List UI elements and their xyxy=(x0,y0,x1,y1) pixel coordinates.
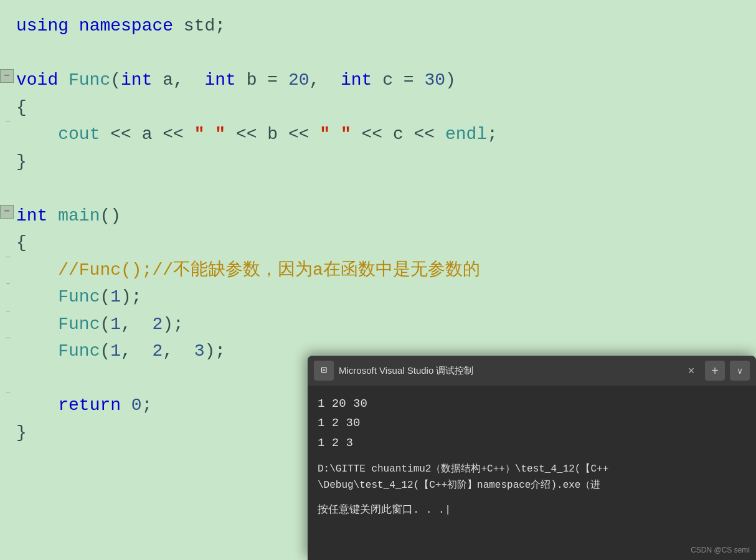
param-a: a, xyxy=(163,67,204,93)
func2-indent xyxy=(16,311,58,338)
code-line-func1: Func ( 1 ); xyxy=(0,283,756,310)
main-parens: () xyxy=(100,202,121,229)
terminal-output-1: 1 20 30 xyxy=(318,394,746,414)
code-line-int-main: − int main () xyxy=(0,202,756,229)
func3-indent xyxy=(16,338,58,364)
terminal-output-3: 1 2 3 xyxy=(318,434,746,453)
terminal-prompt: 按任意键关闭此窗口. . . xyxy=(318,502,746,518)
keyword-int: int xyxy=(16,202,58,229)
cout-indent xyxy=(16,121,58,148)
code-line-comment: //Func();//不能缺参数，因为a在函数中是无参数的 xyxy=(0,257,756,283)
param-c: c = xyxy=(382,67,424,93)
collapse-main[interactable]: − xyxy=(0,205,14,219)
call-func2-comma: , xyxy=(121,311,152,338)
call-func1-end: ); xyxy=(121,283,142,310)
keyword-return: return xyxy=(58,392,131,419)
param-int1: int xyxy=(121,67,163,93)
func1-indent xyxy=(16,283,58,310)
call-func1-val: 1 xyxy=(110,283,121,310)
call-func3-val3: 3 xyxy=(194,338,205,364)
call-func3-val1: 1 xyxy=(110,338,121,364)
code-editor: using namespace std; − void Func ( int a… xyxy=(0,0,756,560)
terminal-path-1: D:\GITTE chuantimu2（数据结构+C++）\test_4_12(… xyxy=(318,462,746,478)
keyword-using: using xyxy=(16,12,79,39)
terminal-window: ⊡ Microsoft Visual Studio 调试控制 × + ∨ 1 2… xyxy=(308,356,756,560)
comment-text: //Func();//不能缺参数，因为a在函数中是无参数的 xyxy=(16,257,480,283)
terminal-app-icon: ⊡ xyxy=(314,361,334,381)
cout-semi: ; xyxy=(487,121,498,148)
open-brace-2: { xyxy=(16,229,27,256)
code-line-close-brace-1: } xyxy=(0,148,756,175)
call-func2-end: ); xyxy=(163,311,184,338)
return-val: 0 xyxy=(131,392,142,419)
func-name-func: Func xyxy=(69,67,110,93)
terminal-titlebar: ⊡ Microsoft Visual Studio 调试控制 × + ∨ xyxy=(308,356,756,386)
identifier-std: std; xyxy=(184,12,225,39)
str-space-1: " " xyxy=(194,121,225,148)
keyword-void: void xyxy=(16,67,69,93)
call-func1-args: ( xyxy=(100,283,110,310)
call-func3-end: ); xyxy=(205,338,226,364)
param-int3: int xyxy=(341,67,382,93)
terminal-path-2: \Debug\test_4_12(【C++初阶】namespace介绍).exe… xyxy=(318,478,746,494)
func-paren-close: ) xyxy=(445,67,456,93)
keyword-cout: cout xyxy=(58,121,110,148)
return-semi: ; xyxy=(142,392,153,419)
call-func3-args: ( xyxy=(100,338,110,364)
code-line-void-func: − void Func ( int a, int b = 20 , int c … xyxy=(0,67,756,93)
cout-op3: << c << xyxy=(351,121,445,148)
func-name-main: main xyxy=(58,202,100,229)
open-brace-1: { xyxy=(16,94,27,121)
call-func3-val2: 2 xyxy=(152,338,163,364)
param-b: b = xyxy=(247,67,288,93)
call-func2-val1: 1 xyxy=(110,311,121,338)
code-line-open-brace-2: { xyxy=(0,229,756,256)
cout-op2: << b << xyxy=(225,121,319,148)
terminal-chevron-button[interactable]: ∨ xyxy=(730,361,750,381)
param-int2: int xyxy=(204,67,246,93)
param-comma2: , xyxy=(309,67,341,93)
collapse-void-func[interactable]: − xyxy=(0,69,14,83)
call-func1-name: Func xyxy=(58,283,100,310)
call-func3-comma2: , xyxy=(163,338,194,364)
close-brace-1: } xyxy=(16,148,27,175)
call-func2-val2: 2 xyxy=(152,311,163,338)
code-line-cout: cout << a << " " << b << " " << c << end… xyxy=(0,121,756,148)
code-line-func2: Func ( 1 , 2 ); xyxy=(0,311,756,338)
terminal-close-button[interactable]: × xyxy=(683,362,700,379)
code-line-open-brace-1: { xyxy=(0,94,756,121)
terminal-new-tab-button[interactable]: + xyxy=(705,361,725,381)
terminal-title: Microsoft Visual Studio 调试控制 xyxy=(339,363,678,377)
keyword-namespace: namespace xyxy=(79,12,184,39)
keyword-endl: endl xyxy=(445,121,487,148)
terminal-output-2: 1 2 30 xyxy=(318,414,746,433)
func-paren-open: ( xyxy=(110,67,121,93)
cout-ops: << a << xyxy=(110,121,194,148)
param-b-val: 20 xyxy=(288,67,309,93)
str-space-2: " " xyxy=(319,121,351,148)
code-line-using: using namespace std; xyxy=(0,12,756,39)
call-func3-name: Func xyxy=(58,338,100,364)
attribution-text: CSDN @CS semi xyxy=(691,544,750,556)
terminal-body: 1 20 30 1 2 30 1 2 3 D:\GITTE chuantimu2… xyxy=(308,386,756,560)
param-c-val: 30 xyxy=(424,67,445,93)
call-func2-args: ( xyxy=(100,311,110,338)
call-func2-name: Func xyxy=(58,311,100,338)
call-func3-comma1: , xyxy=(121,338,152,364)
close-brace-2: } xyxy=(16,419,27,446)
return-indent xyxy=(16,392,58,419)
